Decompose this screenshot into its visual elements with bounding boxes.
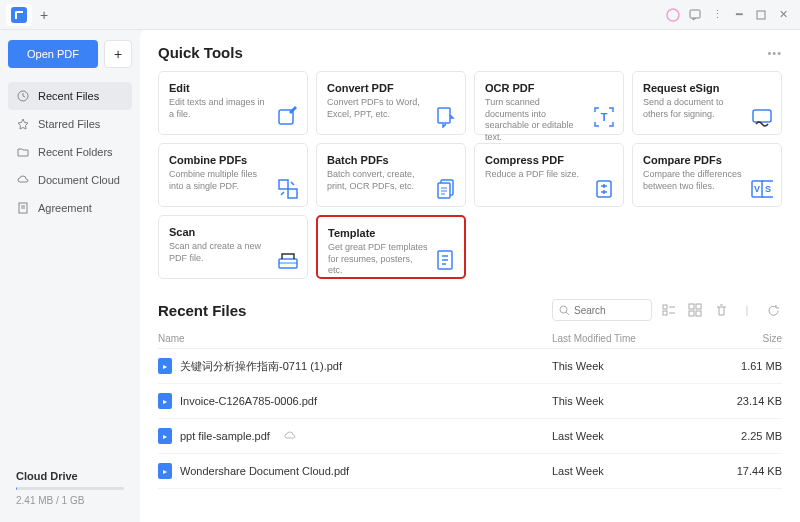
sidebar-nav: Recent Files Starred Files Recent Folder… — [8, 82, 132, 222]
svg-rect-6 — [438, 108, 450, 123]
view-list-icon[interactable] — [660, 301, 678, 319]
tool-desc: Edit texts and images in a file. — [169, 97, 269, 120]
folder-icon — [16, 145, 30, 159]
tool-desc: Scan and create a new PDF file. — [169, 241, 269, 264]
star-icon — [16, 117, 30, 131]
svg-rect-26 — [696, 311, 701, 316]
search-box[interactable] — [552, 299, 652, 321]
compress-icon — [593, 178, 615, 200]
file-modified: Last Week — [552, 430, 712, 442]
tool-desc: Reduce a PDF file size. — [485, 169, 585, 181]
minimize-button[interactable]: ━ — [728, 4, 750, 26]
tool-edit[interactable]: EditEdit texts and images in a file. — [158, 71, 308, 135]
tool-title: Batch PDFs — [327, 154, 455, 166]
file-row[interactable]: ▸关键词分析操作指南-0711 (1).pdfThis Week1.61 MB — [158, 349, 782, 384]
new-tab-button[interactable]: + — [40, 7, 48, 23]
sidebar-item-label: Starred Files — [38, 118, 100, 130]
tool-convert-pdf[interactable]: Convert PDFConvert PDFs to Word, Excel, … — [316, 71, 466, 135]
view-grid-icon[interactable] — [686, 301, 704, 319]
search-input[interactable] — [574, 305, 644, 316]
scan-icon — [277, 250, 299, 272]
tool-ocr-pdf[interactable]: OCR PDFTurn scanned documents into searc… — [474, 71, 624, 135]
pdf-file-icon: ▸ — [158, 428, 172, 444]
file-size: 23.14 KB — [712, 395, 782, 407]
ocr-icon: T — [593, 106, 615, 128]
pdf-file-icon: ▸ — [158, 463, 172, 479]
svg-point-0 — [667, 9, 679, 21]
trash-icon[interactable] — [712, 301, 730, 319]
svg-rect-2 — [757, 11, 765, 19]
cloud-usage-text: 2.41 MB / 1 GB — [16, 495, 124, 506]
sidebar-item-agreement[interactable]: Agreement — [8, 194, 132, 222]
svg-rect-24 — [696, 304, 701, 309]
svg-rect-25 — [689, 311, 694, 316]
convert-icon — [435, 106, 457, 128]
cloud-usage-bar — [16, 487, 124, 490]
tool-title: Combine PDFs — [169, 154, 297, 166]
sidebar-item-recent-files[interactable]: Recent Files — [8, 82, 132, 110]
sidebar-item-recent-folders[interactable]: Recent Folders — [8, 138, 132, 166]
esign-icon — [751, 106, 773, 128]
svg-rect-13 — [597, 181, 611, 197]
sidebar-item-label: Agreement — [38, 202, 92, 214]
svg-rect-22 — [663, 311, 667, 315]
file-name: Wondershare Document Cloud.pdf — [180, 465, 349, 477]
file-name: Invoice-C126A785-0006.pdf — [180, 395, 317, 407]
sidebar-item-document-cloud[interactable]: Document Cloud — [8, 166, 132, 194]
file-name: ppt file-sample.pdf — [180, 430, 270, 442]
open-pdf-button[interactable]: Open PDF — [8, 40, 98, 68]
tool-compare-pdfs[interactable]: Compare PDFsCompare the differences betw… — [632, 143, 782, 207]
app-logo-icon — [11, 7, 27, 23]
template-icon — [434, 249, 456, 271]
file-row[interactable]: ▸Wondershare Document Cloud.pdfLast Week… — [158, 454, 782, 489]
ai-orb-icon[interactable] — [662, 4, 684, 26]
refresh-icon[interactable] — [764, 301, 782, 319]
svg-text:T: T — [601, 111, 608, 123]
file-modified: This Week — [552, 360, 712, 372]
app-tab[interactable] — [6, 4, 32, 26]
file-row[interactable]: ▸ppt file-sample.pdfLast Week2.25 MB — [158, 419, 782, 454]
search-icon — [559, 305, 570, 316]
tool-desc: Convert PDFs to Word, Excel, PPT, etc. — [327, 97, 427, 120]
tool-scan[interactable]: ScanScan and create a new PDF file. — [158, 215, 308, 279]
svg-rect-23 — [689, 304, 694, 309]
file-name: 关键词分析操作指南-0711 (1).pdf — [180, 359, 342, 374]
tool-title: Compress PDF — [485, 154, 613, 166]
file-row[interactable]: ▸Invoice-C126A785-0006.pdfThis Week23.14… — [158, 384, 782, 419]
tool-title: Scan — [169, 226, 297, 238]
close-button[interactable]: ✕ — [772, 4, 794, 26]
col-modified: Last Modified Time — [552, 333, 712, 344]
quick-tools-grid: EditEdit texts and images in a file.Conv… — [158, 71, 782, 279]
tool-desc: Turn scanned documents into searchable o… — [485, 97, 585, 144]
file-modified: This Week — [552, 395, 712, 407]
quick-tools-title: Quick Tools — [158, 44, 243, 61]
menu-dots-icon[interactable]: ⋮ — [706, 4, 728, 26]
add-button[interactable]: + — [104, 40, 132, 68]
tool-combine-pdfs[interactable]: Combine PDFsCombine multiple files into … — [158, 143, 308, 207]
file-modified: Last Week — [552, 465, 712, 477]
svg-text:V: V — [754, 184, 760, 194]
svg-rect-9 — [279, 180, 288, 189]
sidebar-item-starred-files[interactable]: Starred Files — [8, 110, 132, 138]
agreement-icon — [16, 201, 30, 215]
tool-batch-pdfs[interactable]: Batch PDFsBatch convert, create, print, … — [316, 143, 466, 207]
file-size: 2.25 MB — [712, 430, 782, 442]
tool-title: Request eSign — [643, 82, 771, 94]
tool-template[interactable]: TemplateGet great PDF templates for resu… — [316, 215, 466, 279]
pdf-file-icon: ▸ — [158, 358, 172, 374]
tool-desc: Combine multiple files into a single PDF… — [169, 169, 269, 192]
tool-compress-pdf[interactable]: Compress PDFReduce a PDF file size. — [474, 143, 624, 207]
svg-text:S: S — [765, 184, 771, 194]
file-list: ▸关键词分析操作指南-0711 (1).pdfThis Week1.61 MB▸… — [158, 349, 782, 489]
more-button[interactable]: ••• — [767, 47, 782, 59]
titlebar: + ⋮ ━ ✕ — [0, 0, 800, 30]
tool-title: OCR PDF — [485, 82, 613, 94]
cloud-sync-icon — [284, 431, 296, 441]
tool-desc: Batch convert, create, print, OCR PDFs, … — [327, 169, 427, 192]
file-size: 17.44 KB — [712, 465, 782, 477]
feedback-icon[interactable] — [684, 4, 706, 26]
recent-files-title: Recent Files — [158, 302, 246, 319]
tool-request-esign[interactable]: Request eSignSend a document to others f… — [632, 71, 782, 135]
main-content: Quick Tools ••• EditEdit texts and image… — [140, 30, 800, 522]
maximize-button[interactable] — [750, 4, 772, 26]
